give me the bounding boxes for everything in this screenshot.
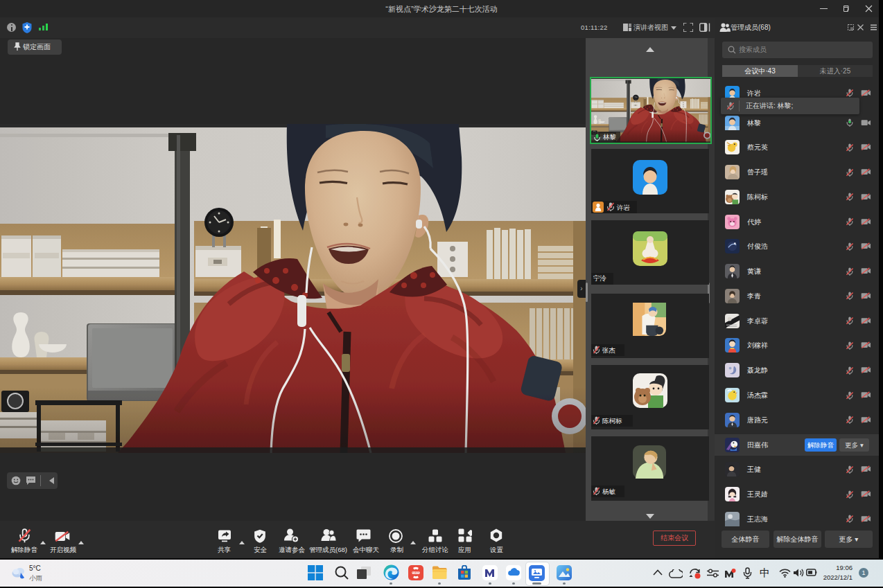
svg-text:HUAWEI: HUAWEI [412, 571, 420, 574]
